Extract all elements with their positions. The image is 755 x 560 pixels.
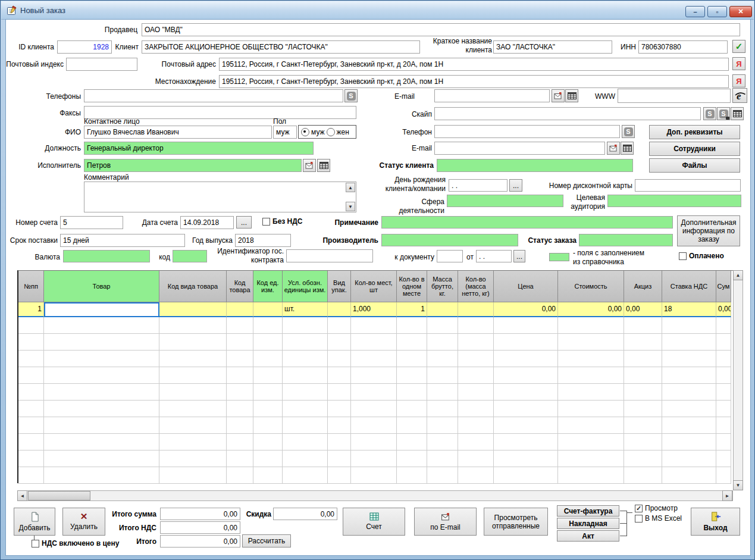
total-vat-field[interactable]: 0,00: [160, 521, 240, 534]
empty-cell[interactable]: [558, 367, 624, 384]
row1-cell[interactable]: [328, 302, 351, 317]
empty-cell[interactable]: [494, 351, 558, 367]
no-vat-checkbox[interactable]: [262, 218, 270, 226]
activity-field[interactable]: [447, 195, 563, 207]
location-map-button[interactable]: Я: [732, 74, 745, 87]
empty-cell[interactable]: [427, 367, 458, 384]
postal-index-field[interactable]: [66, 58, 137, 71]
empty-cell[interactable]: [458, 434, 494, 450]
row1-cell[interactable]: 1: [18, 302, 44, 317]
empty-cell[interactable]: [397, 384, 427, 401]
empty-cell[interactable]: [328, 367, 351, 384]
empty-cell[interactable]: [18, 317, 44, 334]
column-header[interactable]: Масса брутто, кг.: [427, 271, 458, 302]
empty-cell[interactable]: [494, 384, 558, 401]
ms-excel-checkbox[interactable]: [635, 515, 643, 523]
gender-female-radio[interactable]: [327, 128, 335, 136]
row1-cell[interactable]: 0,00: [716, 302, 731, 317]
empty-cell[interactable]: [716, 417, 731, 434]
www-field[interactable]: [618, 89, 731, 103]
empty-cell[interactable]: [558, 450, 624, 467]
manufacturer-field[interactable]: [381, 234, 518, 246]
empty-cell[interactable]: [716, 351, 731, 367]
column-header[interactable]: Вид упак.: [328, 271, 351, 302]
empty-cell[interactable]: [662, 467, 716, 484]
seller-field[interactable]: ОАО "МВД": [142, 23, 740, 36]
empty-cell[interactable]: [624, 351, 662, 367]
minimize-button[interactable]: –: [685, 6, 705, 17]
empty-cell[interactable]: [253, 367, 283, 384]
exit-button[interactable]: Выход: [691, 508, 740, 536]
empty-cell[interactable]: [427, 467, 458, 484]
empty-cell[interactable]: [624, 450, 662, 467]
row1-cell[interactable]: [159, 302, 227, 317]
skype-list-button[interactable]: [731, 107, 744, 120]
empty-cell[interactable]: [624, 334, 662, 351]
row1-cell[interactable]: [253, 302, 283, 317]
empty-cell[interactable]: [253, 450, 283, 467]
email1-list-button[interactable]: [565, 89, 578, 102]
empty-cell[interactable]: [227, 384, 253, 401]
empty-cell[interactable]: [253, 401, 283, 417]
empty-cell[interactable]: [662, 351, 716, 367]
skype-call-button[interactable]: S: [717, 107, 730, 120]
vat-included-checkbox[interactable]: [32, 540, 39, 548]
empty-cell[interactable]: [351, 467, 397, 484]
phone-field[interactable]: [434, 125, 620, 138]
inn-check-button[interactable]: ✓: [732, 40, 745, 53]
skype-field[interactable]: [434, 107, 701, 120]
empty-cell[interactable]: [558, 384, 624, 401]
employees-button[interactable]: Сотрудники: [649, 142, 740, 156]
empty-cell[interactable]: [458, 351, 494, 367]
empty-cell[interactable]: [351, 317, 397, 334]
empty-cell[interactable]: [427, 334, 458, 351]
row1-cell[interactable]: 0,00: [494, 302, 558, 317]
birthday-picker-button[interactable]: ...: [509, 179, 522, 192]
add-row-button[interactable]: Добавить: [14, 508, 55, 536]
empty-cell[interactable]: [253, 351, 283, 367]
column-header[interactable]: Цена: [494, 271, 558, 302]
executor-list-button[interactable]: [317, 159, 330, 172]
empty-cell[interactable]: [397, 434, 427, 450]
empty-cell[interactable]: [18, 401, 44, 417]
order-status-field[interactable]: [579, 234, 673, 246]
empty-cell[interactable]: [351, 351, 397, 367]
comment-scroll-down[interactable]: ▼: [346, 202, 355, 211]
from-date-field[interactable]: . .: [476, 250, 512, 262]
empty-cell[interactable]: [458, 384, 494, 401]
gender-value-field[interactable]: муж: [273, 126, 297, 139]
www-browser-button[interactable]: e: [732, 88, 747, 103]
empty-cell[interactable]: [427, 351, 458, 367]
empty-cell[interactable]: [662, 434, 716, 450]
currency-field[interactable]: [63, 250, 150, 262]
empty-cell[interactable]: [716, 434, 731, 450]
empty-cell[interactable]: [624, 401, 662, 417]
empty-cell[interactable]: [458, 450, 494, 467]
row1-cell[interactable]: 1: [397, 302, 427, 317]
paid-checkbox[interactable]: [679, 252, 687, 260]
waybill-button[interactable]: Накладная: [557, 518, 619, 529]
email2-list-button[interactable]: [621, 142, 634, 155]
column-header[interactable]: Код товара: [227, 271, 253, 302]
empty-cell[interactable]: [18, 417, 44, 434]
empty-cell[interactable]: [458, 317, 494, 334]
phones-skype-button[interactable]: S: [344, 89, 358, 102]
column-header[interactable]: Сум: [716, 271, 731, 302]
empty-cell[interactable]: [253, 334, 283, 351]
total-field[interactable]: 0,00: [160, 535, 240, 548]
column-header[interactable]: Стоимость: [558, 271, 624, 302]
empty-cell[interactable]: [44, 401, 159, 417]
birthday-field[interactable]: . .: [449, 179, 507, 192]
table-scroll-up[interactable]: ▲: [733, 270, 743, 280]
empty-cell[interactable]: [227, 450, 253, 467]
row1-cell[interactable]: шт.: [283, 302, 328, 317]
empty-cell[interactable]: [494, 367, 558, 384]
empty-cell[interactable]: [159, 384, 227, 401]
empty-cell[interactable]: [427, 384, 458, 401]
audience-field[interactable]: [607, 195, 741, 207]
empty-cell[interactable]: [662, 401, 716, 417]
delivery-field[interactable]: 15 дней: [60, 234, 185, 247]
empty-cell[interactable]: [44, 384, 159, 401]
position-field[interactable]: Генеральный директор: [84, 142, 314, 155]
empty-cell[interactable]: [716, 334, 731, 351]
